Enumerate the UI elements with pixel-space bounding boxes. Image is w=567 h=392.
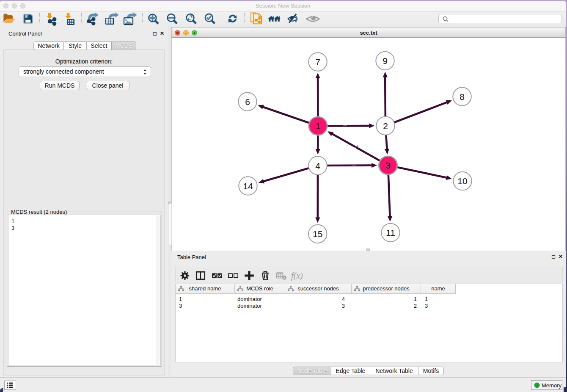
svg-text:9: 9: [383, 56, 388, 66]
svg-text:7: 7: [315, 57, 320, 67]
svg-text:1: 1: [316, 121, 321, 131]
svg-text:14: 14: [243, 181, 253, 191]
svg-text:3: 3: [385, 160, 391, 170]
svg-text:2: 2: [383, 121, 388, 131]
svg-text:8: 8: [460, 92, 465, 102]
svg-text:10: 10: [457, 176, 467, 186]
svg-text:6: 6: [245, 97, 250, 107]
svg-text:15: 15: [313, 229, 322, 239]
svg-text:4: 4: [315, 161, 320, 171]
svg-text:11: 11: [386, 228, 395, 237]
